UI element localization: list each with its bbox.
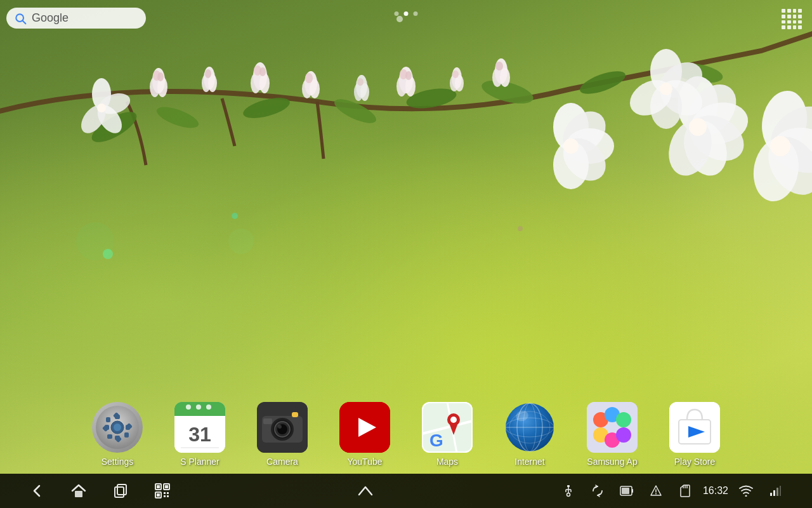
app-item-internet[interactable]: Internet	[495, 402, 565, 467]
recents-button[interactable]	[109, 479, 132, 502]
svg-rect-142	[75, 491, 82, 497]
search-bar[interactable]: Google	[6, 8, 146, 29]
samsung-app-icon	[587, 402, 638, 453]
splanner-app-icon: 31	[174, 402, 225, 453]
svg-rect-163	[622, 488, 629, 494]
app-item-samsung[interactable]: Samsung Ap	[577, 402, 647, 467]
maps-app-label: Maps	[436, 457, 458, 467]
nav-center	[354, 479, 377, 502]
svg-rect-91	[124, 432, 129, 438]
svg-point-165	[655, 493, 657, 495]
app-item-playstore[interactable]: Play Store	[660, 402, 730, 467]
svg-rect-152	[167, 492, 169, 494]
svg-rect-150	[157, 493, 160, 497]
svg-rect-114	[263, 418, 272, 424]
nav-left-buttons	[25, 479, 174, 502]
page-indicators	[395, 11, 418, 16]
svg-rect-170	[770, 493, 772, 496]
svg-rect-93	[107, 434, 112, 439]
app-item-splanner[interactable]: 31 S Planner	[165, 402, 235, 467]
page-dot-2[interactable]	[404, 11, 409, 16]
battery-icon	[615, 479, 638, 502]
svg-rect-154	[167, 495, 169, 497]
system-clock: 16:32	[703, 485, 728, 497]
search-icon	[14, 12, 27, 25]
back-button[interactable]	[25, 479, 48, 502]
svg-rect-149	[165, 485, 168, 488]
svg-rect-171	[773, 490, 775, 496]
swipe-up-button[interactable]	[354, 479, 377, 502]
maps-app-icon: G	[422, 402, 473, 453]
app-item-camera[interactable]: Camera	[247, 402, 317, 467]
playstore-app-label: Play Store	[674, 457, 716, 467]
svg-rect-95	[106, 417, 110, 422]
usb-icon	[557, 479, 580, 502]
app-item-maps[interactable]: G Maps	[412, 402, 482, 467]
svg-point-135	[616, 412, 631, 427]
internet-app-icon	[504, 402, 555, 453]
internet-app-label: Internet	[514, 457, 544, 467]
svg-rect-100	[174, 410, 225, 416]
svg-text:G: G	[429, 431, 443, 450]
settings-app-icon	[92, 402, 143, 453]
app-drawer-button[interactable]	[778, 5, 806, 33]
app-item-youtube[interactable]: YouTube	[330, 402, 400, 467]
svg-rect-113	[292, 412, 298, 417]
splanner-app-label: S Planner	[180, 457, 219, 467]
svg-rect-160	[567, 485, 570, 487]
svg-rect-172	[776, 488, 778, 496]
svg-rect-148	[157, 485, 160, 488]
svg-point-123	[450, 417, 457, 423]
svg-point-85	[114, 424, 121, 431]
svg-rect-173	[780, 486, 781, 496]
samsung-app-label: Samsung Ap	[587, 457, 637, 467]
app-dock: Settings 31 S Planner	[0, 396, 812, 473]
svg-point-103	[206, 404, 211, 410]
svg-point-169	[745, 495, 747, 497]
svg-rect-144	[117, 485, 126, 495]
svg-line-82	[23, 20, 26, 23]
svg-point-138	[616, 427, 631, 443]
warning-icon	[645, 479, 667, 502]
navigation-bar: 16:32	[0, 474, 812, 508]
svg-rect-143	[115, 487, 124, 497]
page-dot-1[interactable]	[395, 11, 399, 16]
svg-text:31: 31	[188, 423, 211, 446]
app-item-settings[interactable]: Settings	[82, 402, 152, 467]
svg-rect-151	[164, 492, 166, 494]
camera-app-icon	[257, 402, 308, 453]
svg-rect-162	[632, 489, 633, 493]
settings-app-label: Settings	[102, 457, 134, 467]
svg-rect-153	[164, 495, 166, 497]
nav-right-status: 16:32	[557, 479, 787, 502]
playstore-app-icon	[669, 402, 720, 453]
camera-app-label: Camera	[266, 457, 298, 467]
page-dot-3[interactable]	[414, 11, 418, 16]
signal-icon	[764, 479, 787, 502]
svg-point-101	[186, 404, 191, 410]
svg-point-159	[566, 493, 570, 497]
home-button[interactable]	[67, 479, 90, 502]
search-label: Google	[32, 11, 69, 25]
sd-card-icon	[674, 479, 697, 502]
sync-icon	[586, 479, 609, 502]
svg-point-112	[278, 425, 282, 429]
screenshot-button[interactable]	[151, 479, 174, 502]
svg-point-102	[196, 404, 201, 410]
youtube-app-icon	[339, 402, 390, 453]
youtube-app-label: YouTube	[347, 457, 382, 467]
wifi-icon	[735, 479, 757, 502]
